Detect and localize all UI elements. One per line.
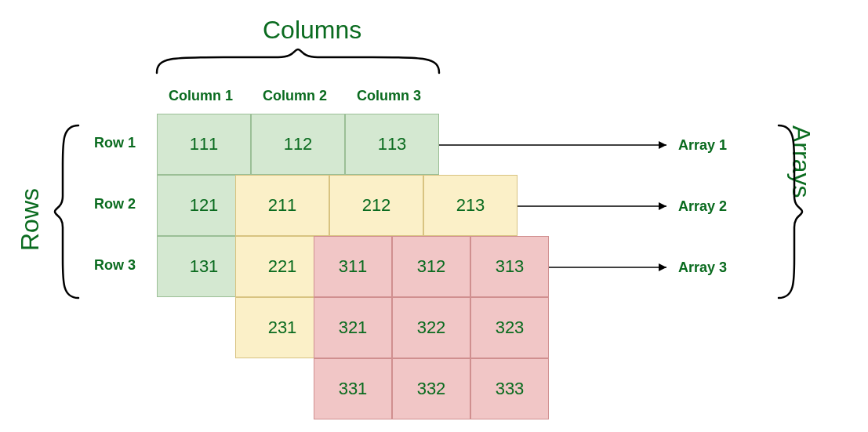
svg-marker-1	[659, 141, 666, 149]
l3-cell-1-1: 322	[392, 297, 470, 358]
l3-cell-0-2: 313	[470, 236, 549, 297]
row-header-3: Row 3	[94, 257, 136, 274]
arrow-array-1	[439, 137, 674, 153]
array-label-2: Array 2	[678, 198, 727, 215]
column-header-3: Column 3	[346, 88, 432, 104]
array-label-1: Array 1	[678, 137, 727, 154]
l3-cell-2-1: 332	[392, 358, 470, 419]
l3-cell-1-0: 321	[314, 297, 392, 358]
row-header-2: Row 2	[94, 196, 136, 212]
l3-cell-2-2: 333	[470, 358, 549, 419]
row-header-1: Row 1	[94, 135, 136, 151]
l2-cell-0-2: 213	[423, 175, 518, 236]
arrow-array-3	[549, 260, 674, 275]
l3-cell-0-1: 312	[392, 236, 470, 297]
svg-marker-3	[659, 202, 666, 210]
svg-marker-5	[659, 263, 666, 271]
l1-cell-0-0: 111	[157, 114, 251, 175]
column-header-2: Column 2	[252, 88, 338, 104]
l3-cell-2-0: 331	[314, 358, 392, 419]
l3-cell-1-2: 323	[470, 297, 549, 358]
l2-cell-0-0: 211	[235, 175, 329, 236]
brace-rows	[51, 122, 82, 302]
l3-cell-0-0: 311	[314, 236, 392, 297]
rows-title: Rows	[16, 188, 45, 251]
l2-cell-0-1: 212	[329, 175, 423, 236]
l1-cell-0-1: 112	[251, 114, 345, 175]
l1-cell-0-2: 113	[345, 114, 439, 175]
brace-columns	[153, 45, 443, 77]
columns-title: Columns	[263, 16, 361, 45]
array-label-3: Array 3	[678, 260, 727, 276]
column-header-1: Column 1	[158, 88, 244, 104]
brace-arrays	[775, 122, 806, 302]
arrow-array-2	[518, 198, 674, 214]
